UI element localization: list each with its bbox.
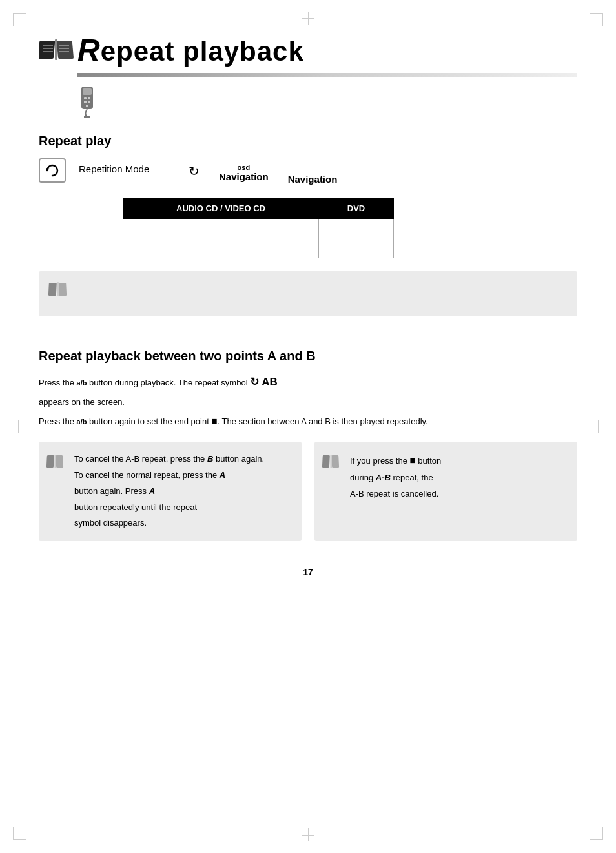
note-book-icon-right: [322, 449, 340, 480]
svg-rect-12: [88, 97, 90, 99]
page-number: 17: [39, 567, 577, 577]
note-box-left: To cancel the A-B repeat, press the B bu…: [39, 442, 302, 540]
svg-rect-0: [39, 41, 55, 59]
page-title: Repeat playback: [77, 32, 304, 68]
ab-description: Press the a/b button during playback. Th…: [39, 373, 577, 429]
svg-rect-14: [88, 101, 90, 103]
svg-rect-18: [58, 283, 67, 296]
ab-symbol: ↻ AB: [250, 376, 278, 388]
svg-rect-24: [331, 455, 339, 468]
osd-label: osd: [238, 163, 251, 171]
ab-section-heading: Repeat playback between two points A and…: [39, 349, 577, 364]
repeat-button-icon: [39, 158, 66, 183]
table-cell-dvd: [319, 219, 394, 258]
svg-rect-11: [84, 97, 87, 99]
note-book-icon-left: [46, 449, 65, 480]
note-box-right: If you press the ■ button during A-B rep…: [314, 442, 577, 540]
navigation-label2: Navigation: [288, 163, 338, 185]
svg-rect-1: [57, 41, 74, 59]
book-icon: [39, 36, 74, 65]
svg-rect-17: [48, 283, 57, 296]
bold-a1: A: [220, 470, 225, 480]
bold-a2: A: [149, 486, 155, 496]
repetition-mode-label: Repetition Mode: [79, 163, 169, 174]
svg-rect-10: [83, 88, 92, 95]
mode-table: AUDIO CD / VIDEO CD DVD: [123, 198, 394, 258]
bold-ab-right: A-B: [376, 473, 391, 482]
note-right-content: If you press the ■ button during A-B rep…: [350, 451, 568, 502]
bold-b: B: [207, 454, 213, 464]
ab-desc-line3-suffix: . The section between A and B is then pl…: [217, 416, 427, 426]
note-book-icon-1: [48, 281, 68, 303]
svg-rect-25: [331, 455, 333, 468]
svg-rect-22: [55, 455, 57, 468]
title-underline: [77, 73, 577, 77]
note-boxes-row: To cancel the A-B repeat, press the B bu…: [39, 442, 577, 540]
svg-rect-15: [86, 105, 88, 107]
repeat-play-heading: Repeat play: [39, 134, 577, 149]
title-section: Repeat playback: [39, 32, 577, 68]
navigation-label1: Navigation: [219, 171, 269, 182]
table-header-audiocd: AUDIO CD / VIDEO CD: [123, 198, 319, 219]
svg-rect-23: [322, 455, 330, 468]
repeat-play-row: Repetition Mode ↻ osd Navigation Navigat…: [39, 158, 577, 185]
svg-rect-20: [46, 455, 54, 468]
svg-rect-2: [55, 39, 57, 60]
svg-rect-13: [84, 101, 87, 103]
table-header-dvd: DVD: [319, 198, 394, 219]
ab-desc-line2: appears on the screen.: [39, 395, 577, 409]
svg-rect-19: [57, 282, 59, 296]
navigation-col1: osd Navigation: [219, 163, 269, 182]
key-ab-1: a/b: [77, 379, 87, 387]
remote-icon-area: [77, 87, 577, 121]
table-cell-audiocd: [123, 219, 319, 258]
title-R: R: [77, 33, 101, 67]
remote-icon: [77, 87, 97, 119]
stop-symbol-right: ■: [410, 455, 416, 466]
svg-rect-21: [56, 455, 63, 468]
key-ab-2: a/b: [77, 418, 87, 426]
note-box-1: [39, 271, 577, 316]
note-left-content: To cancel the A-B repeat, press the B bu…: [74, 451, 292, 531]
repeat-arrow-symbol: ↻: [189, 163, 200, 179]
